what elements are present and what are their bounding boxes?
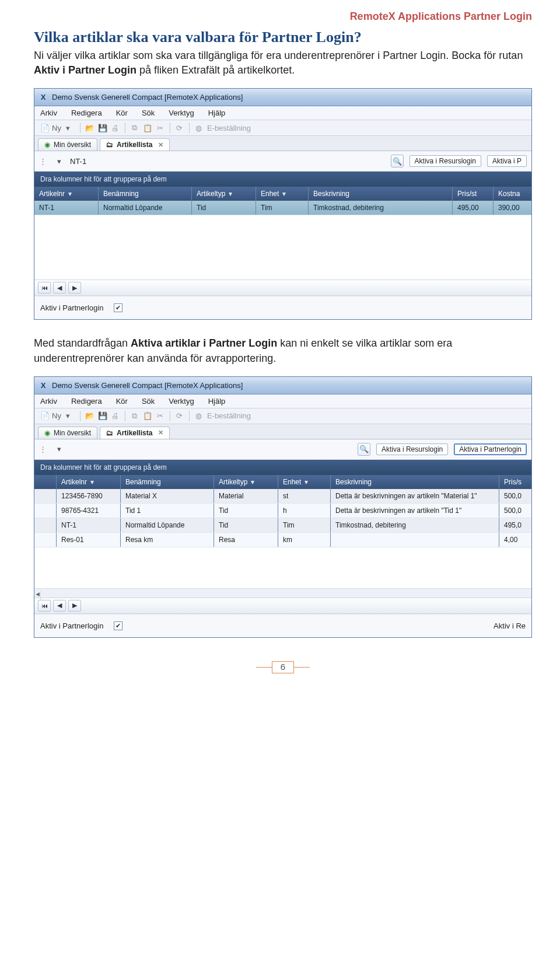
col-benamning[interactable]: Benämning <box>99 187 192 201</box>
print-icon[interactable]: 🖨 <box>111 411 120 421</box>
filter-icon[interactable]: ▾ <box>251 478 254 486</box>
page-footer: 6 <box>34 661 532 673</box>
menu-arkiv[interactable]: Arkiv <box>40 109 57 117</box>
groupbar[interactable]: Dra kolumner hit för att gruppera på dem <box>34 460 531 475</box>
h-scrollbar[interactable]: ◀ <box>34 588 531 598</box>
filterbar: ⋮ ▾ 🔍 Aktiva i Resurslogin Aktiva i Part… <box>34 439 531 460</box>
table-row[interactable]: NT-1 Normaltid Löpande Tid Tim Timkostna… <box>34 201 531 215</box>
filter-resurslogin[interactable]: Aktiva i Resurslogin <box>410 155 481 167</box>
menu-verktyg[interactable]: Verktyg <box>169 397 194 406</box>
col-enhet[interactable]: Enhet▾ <box>256 187 309 201</box>
paste-icon[interactable]: 📋 <box>143 411 152 421</box>
menu-sok[interactable]: Sök <box>142 109 155 117</box>
cell-artikeltyp: Tid <box>192 201 256 215</box>
table-row[interactable]: NT-1 Normaltid Löpande Tid Tim Timkostna… <box>34 518 531 533</box>
tab-overview[interactable]: ◉ Min översikt <box>38 138 97 151</box>
list-icon: 🗂 <box>106 141 113 149</box>
cell-artikelnr: 123456-7890 <box>57 489 121 503</box>
tab-artikellista[interactable]: 🗂 Artikellista ✕ <box>100 427 170 439</box>
col-artikeltyp[interactable]: Artikeltyp▾ <box>192 187 256 201</box>
aktiv-resurs-label: Aktiv i Re <box>494 621 526 630</box>
filter-resurslogin[interactable]: Aktiva i Resurslogin <box>376 443 448 455</box>
col-enhet[interactable]: Enhet▾ <box>278 475 331 489</box>
chevron-down-icon[interactable]: ▾ <box>54 157 64 166</box>
app-logo-icon: X <box>38 92 48 103</box>
table-row[interactable]: Res-01 Resa km Resa km 4,00 <box>34 533 531 547</box>
new-button[interactable]: 📄 Ny ▾ <box>38 122 75 134</box>
window-title: Demo Svensk Generell Compact [RemoteX Ap… <box>52 381 243 390</box>
col-artikelnr[interactable]: Artikelnr▾ <box>57 475 121 489</box>
separator <box>170 123 170 133</box>
app-logo-icon: X <box>38 380 48 390</box>
pager-first-button[interactable]: ⏮ <box>38 282 51 294</box>
menu-verktyg[interactable]: Verktyg <box>169 109 194 117</box>
pager-prev-button[interactable]: ◀ <box>53 600 66 612</box>
menu-kor[interactable]: Kör <box>116 397 128 406</box>
grid-body: NT-1 Normaltid Löpande Tid Tim Timkostna… <box>34 201 531 215</box>
chevron-down-icon[interactable]: ▾ <box>54 445 64 453</box>
aktiv-partnerlogin-checkbox[interactable]: ✔ <box>114 621 123 630</box>
refresh-icon[interactable]: ⟳ <box>175 411 184 421</box>
cell-benamning: Resa km <box>121 533 214 547</box>
refresh-icon[interactable]: ⟳ <box>175 123 184 132</box>
tab-artikellista[interactable]: 🗂 Artikellista ✕ <box>100 138 170 151</box>
filter-icon[interactable]: ▾ <box>282 190 286 198</box>
copy-icon[interactable]: ⧉ <box>130 123 139 132</box>
open-icon[interactable]: 📂 <box>85 411 94 421</box>
col-artikelnr[interactable]: Artikelnr▾ <box>34 187 99 201</box>
menu-redigera[interactable]: Redigera <box>71 397 102 406</box>
filter-icon[interactable]: ▾ <box>68 190 72 198</box>
save-icon[interactable]: 💾 <box>98 123 107 132</box>
new-button[interactable]: 📄 Ny ▾ <box>38 410 75 422</box>
copy-icon[interactable]: ⧉ <box>130 411 139 421</box>
groupbar[interactable]: Dra kolumner hit för att gruppera på dem <box>34 172 531 187</box>
cell-pris: 500,0 <box>499 504 531 518</box>
col-artikeltyp[interactable]: Artikeltyp▾ <box>214 475 278 489</box>
aktiv-partnerlogin-checkbox[interactable]: ✔ <box>114 303 123 312</box>
form-row: Aktiv i Partnerlogin ✔ <box>34 296 531 319</box>
pager-next-button[interactable]: ▶ <box>68 282 81 294</box>
open-icon[interactable]: 📂 <box>85 123 94 132</box>
col-pris[interactable]: Pris/st <box>453 187 494 201</box>
tab-overview-label: Min översikt <box>54 141 91 149</box>
search-button[interactable]: 🔍 <box>391 155 404 167</box>
col-kostnad[interactable]: Kostna <box>494 187 531 201</box>
col-benamning[interactable]: Benämning <box>121 475 214 489</box>
filter-icon[interactable]: ▾ <box>304 478 308 486</box>
close-icon[interactable]: ✕ <box>158 429 163 436</box>
col-label: Pris/st <box>457 190 477 198</box>
filter-icon[interactable]: ▾ <box>229 190 232 198</box>
menu-hjalp[interactable]: Hjälp <box>208 109 226 117</box>
pager-next-button[interactable]: ▶ <box>68 600 81 612</box>
menu-redigera[interactable]: Redigera <box>71 109 102 117</box>
cell-beskrivning: Detta är beskrivningen av artikeln "Tid … <box>331 504 499 518</box>
filter-partnerlogin[interactable]: Aktiva i Partnerlogin <box>454 443 527 455</box>
table-row[interactable]: 98765-4321 Tid 1 Tid h Detta är beskrivn… <box>34 504 531 518</box>
pager-prev-button[interactable]: ◀ <box>53 282 66 294</box>
table-row[interactable]: 123456-7890 Material X Material st Detta… <box>34 489 531 504</box>
cut-icon[interactable]: ✂ <box>156 411 165 421</box>
paragraph-2: Med standardfrågan Aktiva artiklar i Par… <box>34 336 532 365</box>
close-icon[interactable]: ✕ <box>158 141 163 149</box>
filter-partnerlogin-short[interactable]: Aktiva i P <box>487 155 527 167</box>
tab-overview[interactable]: ◉ Min översikt <box>38 427 97 439</box>
col-label: Artikeltyp <box>219 478 247 486</box>
cut-icon[interactable]: ✂ <box>156 123 165 132</box>
print-icon[interactable]: 🖨 <box>111 123 120 132</box>
cell-artikeltyp: Resa <box>214 533 278 547</box>
menu-sok[interactable]: Sök <box>142 397 155 406</box>
menu-hjalp[interactable]: Hjälp <box>208 397 226 406</box>
ebest-label[interactable]: E-beställning <box>207 124 251 132</box>
filter-icon[interactable]: ▾ <box>90 478 94 486</box>
new-icon: 📄 <box>40 411 50 421</box>
col-pris[interactable]: Pris/s <box>499 475 531 489</box>
pager-first-button[interactable]: ⏮ <box>38 600 51 612</box>
menu-kor[interactable]: Kör <box>116 109 128 117</box>
save-icon[interactable]: 💾 <box>98 411 107 421</box>
paste-icon[interactable]: 📋 <box>143 123 152 132</box>
col-beskrivning[interactable]: Beskrivning <box>331 475 499 489</box>
search-button[interactable]: 🔍 <box>358 443 370 456</box>
col-beskrivning[interactable]: Beskrivning <box>309 187 453 201</box>
ebest-label[interactable]: E-beställning <box>207 411 251 420</box>
menu-arkiv[interactable]: Arkiv <box>40 397 57 406</box>
